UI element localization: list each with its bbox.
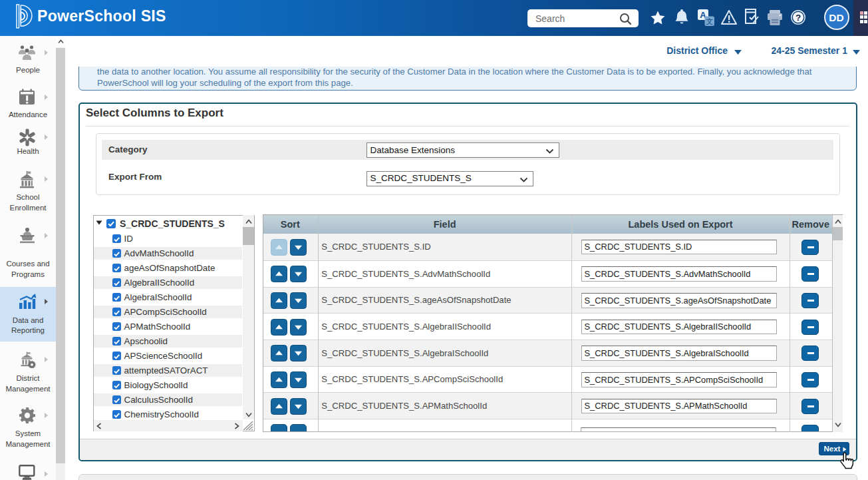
svg-text:?: ? <box>796 13 801 23</box>
svg-text:文: 文 <box>706 17 713 25</box>
